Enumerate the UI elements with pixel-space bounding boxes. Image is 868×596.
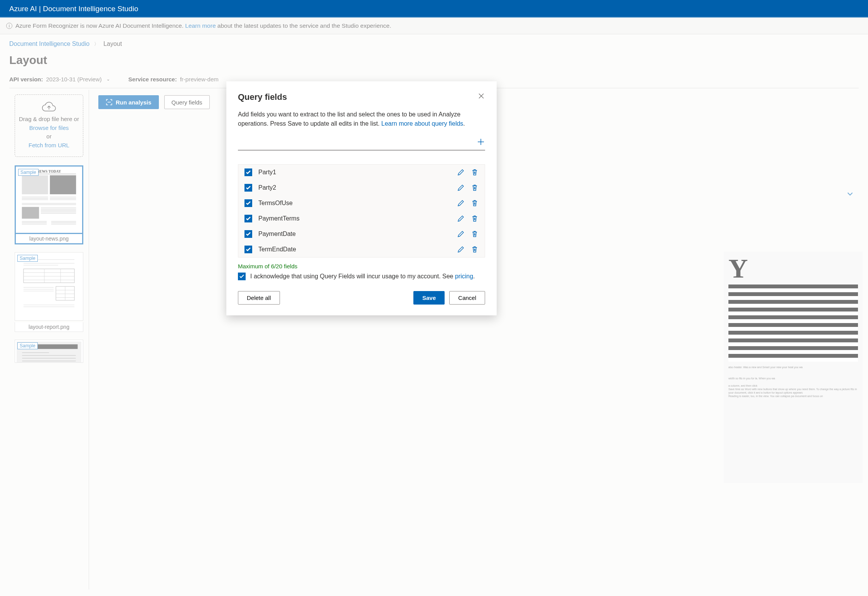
field-name-label: TermsOfUse (258, 200, 451, 207)
save-button[interactable]: Save (413, 291, 445, 305)
field-row: PaymentDate (238, 226, 485, 242)
delete-icon[interactable] (471, 199, 479, 207)
plus-icon[interactable] (477, 138, 485, 146)
acknowledge-row: I acknowledge that using Query Fields wi… (238, 273, 485, 280)
edit-icon[interactable] (457, 168, 465, 176)
field-checkbox[interactable] (244, 246, 252, 253)
field-row: TermsOfUse (238, 195, 485, 211)
field-name-label: PaymentDate (258, 231, 451, 237)
delete-icon[interactable] (471, 184, 479, 192)
edit-icon[interactable] (457, 199, 465, 207)
delete-all-button[interactable]: Delete all (238, 291, 280, 305)
modal-footer: Delete all Save Cancel (238, 291, 485, 305)
field-checkbox[interactable] (244, 230, 252, 238)
delete-icon[interactable] (471, 215, 479, 222)
edit-icon[interactable] (457, 215, 465, 222)
edit-icon[interactable] (457, 246, 465, 253)
edit-icon[interactable] (457, 184, 465, 192)
field-checkbox[interactable] (244, 168, 252, 176)
query-fields-modal: Query fields Add fields you want to extr… (226, 81, 497, 315)
delete-icon[interactable] (471, 246, 479, 253)
field-list: Party1 Party2 TermsOfUse P (238, 164, 485, 258)
modal-title: Query fields (238, 92, 287, 102)
field-name-label: TermEndDate (258, 246, 451, 253)
add-field-input[interactable] (238, 136, 477, 148)
delete-icon[interactable] (471, 168, 479, 176)
acknowledge-checkbox[interactable] (238, 273, 246, 280)
edit-icon[interactable] (457, 230, 465, 238)
field-checkbox[interactable] (244, 199, 252, 207)
field-row: TermEndDate (238, 242, 485, 257)
close-icon[interactable] (477, 92, 485, 100)
app-header: Azure AI | Document Intelligence Studio (0, 0, 868, 18)
field-name-label: Party1 (258, 169, 451, 176)
field-name-label: PaymentTerms (258, 215, 451, 222)
add-field-row (238, 136, 485, 150)
modal-description: Add fields you want to extract to the li… (238, 110, 485, 128)
app-title: Azure AI | Document Intelligence Studio (9, 5, 138, 13)
pricing-link[interactable]: pricing (455, 273, 473, 279)
learn-more-link[interactable]: Learn more about query fields (381, 120, 463, 127)
field-row: Party2 (238, 180, 485, 195)
max-fields-label: Maximum of 6/20 fields (238, 263, 485, 269)
field-checkbox[interactable] (244, 215, 252, 222)
field-row: PaymentTerms (238, 211, 485, 226)
field-row: Party1 (238, 165, 485, 180)
delete-icon[interactable] (471, 230, 479, 238)
cancel-button[interactable]: Cancel (449, 291, 485, 305)
field-checkbox[interactable] (244, 184, 252, 192)
field-name-label: Party2 (258, 184, 451, 191)
